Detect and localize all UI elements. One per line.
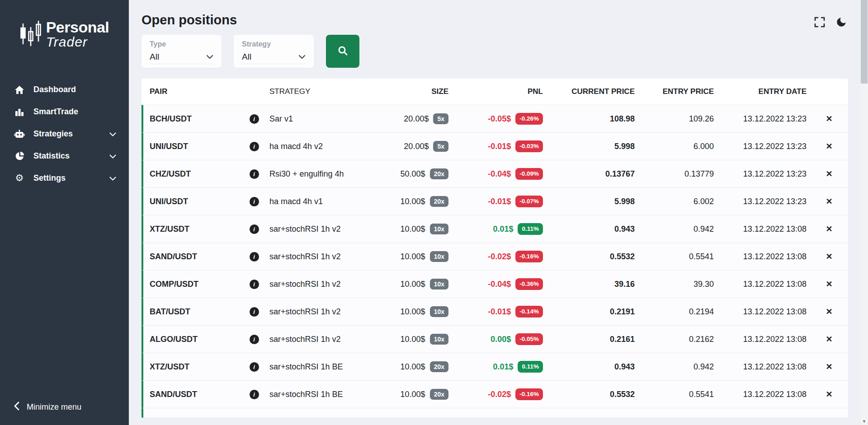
close-cell: ✕ bbox=[810, 225, 848, 233]
info-icon[interactable]: i bbox=[250, 252, 259, 262]
minimize-menu-label: Minimize menu bbox=[27, 402, 81, 412]
size-cell: 10.00$ 10x bbox=[351, 334, 453, 345]
close-position-icon[interactable]: ✕ bbox=[826, 225, 832, 233]
strategy-filter-value: All bbox=[242, 52, 251, 62]
close-position-icon[interactable]: ✕ bbox=[826, 363, 832, 371]
entry-price-cell: 0.5541 bbox=[638, 390, 717, 399]
leverage-badge: 10x bbox=[430, 279, 448, 290]
col-pair: PAIR bbox=[143, 87, 245, 96]
close-cell: ✕ bbox=[810, 115, 848, 123]
sidebar-item-statistics[interactable]: Statistics bbox=[0, 145, 129, 167]
info-icon[interactable]: i bbox=[250, 390, 259, 399]
type-filter-select[interactable]: All bbox=[150, 52, 213, 64]
size-value: 10.00$ bbox=[401, 197, 425, 206]
col-strategy: STRATEGY bbox=[263, 87, 351, 96]
close-position-icon[interactable]: ✕ bbox=[826, 252, 832, 261]
size-cell: 10.00$ 20x bbox=[351, 196, 453, 207]
pnl-cell: -0.04$ -0.09% bbox=[453, 168, 546, 180]
entry-price-cell: 6.000 bbox=[638, 142, 717, 151]
close-cell: ✕ bbox=[810, 252, 848, 261]
size-value: 10.00$ bbox=[401, 390, 425, 399]
col-entry-price: ENTRY PRICE bbox=[638, 87, 717, 96]
pnl-percent-badge: -0.36% bbox=[515, 278, 543, 290]
search-icon bbox=[337, 45, 348, 57]
close-position-icon[interactable]: ✕ bbox=[826, 308, 832, 316]
pnl-value: 0.00$ bbox=[491, 335, 511, 344]
sidebar-item-label: Statistics bbox=[33, 151, 109, 161]
strategy-cell: sar+stochRSI 1h v2 bbox=[263, 335, 351, 344]
size-cell: 50.00$ 20x bbox=[351, 168, 453, 179]
close-position-icon[interactable]: ✕ bbox=[826, 390, 832, 398]
sidebar-item-strategies[interactable]: Strategies bbox=[0, 123, 129, 145]
table-header-row: PAIR STRATEGY SIZE PNL CURRENT PRICE ENT… bbox=[142, 79, 848, 105]
table-row: BCH/USDT i Sar v1 20.00$ 5x -0.05$ -0.26… bbox=[142, 105, 848, 132]
close-position-icon[interactable]: ✕ bbox=[826, 115, 832, 123]
close-position-icon[interactable]: ✕ bbox=[826, 170, 832, 178]
close-cell: ✕ bbox=[810, 170, 848, 178]
sidebar-item-dashboard[interactable]: Dashboard bbox=[0, 79, 129, 101]
sidebar-item-smarttrade[interactable]: SmartTrade bbox=[0, 101, 129, 123]
info-cell: i bbox=[245, 390, 263, 399]
entry-date-cell: 13.12.2022 13:08 bbox=[717, 224, 810, 234]
info-icon[interactable]: i bbox=[250, 197, 259, 206]
pair-cell: UNI/USDT bbox=[143, 142, 245, 151]
size-cell: 10.00$ 10x bbox=[351, 306, 453, 317]
table-row: CHZ/USDT i Rsi30 + engulfing 4h 50.00$ 2… bbox=[142, 160, 848, 187]
pnl-percent-badge: -0.16% bbox=[515, 251, 543, 262]
entry-date-cell: 13.12.2022 13:23 bbox=[717, 142, 810, 151]
page-title: Open positions bbox=[142, 13, 848, 28]
minimize-menu-button[interactable]: Minimize menu bbox=[0, 397, 129, 417]
close-cell: ✕ bbox=[810, 142, 848, 150]
table-body: BCH/USDT i Sar v1 20.00$ 5x -0.05$ -0.26… bbox=[142, 105, 848, 408]
strategy-filter-select[interactable]: All bbox=[242, 52, 306, 64]
table-row: COMP/USDT i sar+stochRSI 1h v2 10.00$ 10… bbox=[142, 270, 848, 298]
info-icon[interactable]: i bbox=[250, 335, 259, 344]
entry-date-cell: 13.12.2022 13:08 bbox=[717, 280, 810, 289]
close-position-icon[interactable]: ✕ bbox=[826, 197, 832, 205]
sidebar-item-settings[interactable]: ⚙Settings bbox=[0, 167, 129, 189]
pair-cell: XTZ/USDT bbox=[143, 362, 245, 372]
moon-icon[interactable] bbox=[835, 16, 847, 28]
info-icon[interactable]: i bbox=[250, 307, 259, 317]
sidebar: Personal Trader DashboardSmartTradeStrat… bbox=[0, 0, 129, 425]
fullscreen-icon[interactable] bbox=[814, 16, 826, 28]
pnl-cell: -0.01$ -0.03% bbox=[453, 140, 546, 152]
chevron-down-icon bbox=[109, 130, 116, 138]
pnl-percent-badge: -0.26% bbox=[515, 113, 543, 125]
close-cell: ✕ bbox=[810, 280, 848, 288]
info-icon[interactable]: i bbox=[250, 114, 259, 124]
info-icon[interactable]: i bbox=[250, 362, 259, 372]
entry-date-cell: 13.12.2022 13:08 bbox=[717, 335, 810, 344]
vertical-scrollbar[interactable]: ▼ bbox=[860, 0, 868, 425]
col-pnl: PNL bbox=[453, 87, 546, 96]
close-position-icon[interactable]: ✕ bbox=[826, 280, 832, 288]
current-price-cell: 0.943 bbox=[546, 224, 638, 234]
chevron-left-icon bbox=[14, 402, 19, 412]
info-cell: i bbox=[245, 307, 263, 317]
info-cell: i bbox=[245, 362, 263, 372]
close-cell: ✕ bbox=[810, 335, 848, 343]
pnl-value: 0.01$ bbox=[493, 362, 513, 372]
entry-date-cell: 13.12.2022 13:08 bbox=[717, 252, 810, 262]
strategy-cell: sar+stochRSI 1h BE bbox=[263, 390, 351, 399]
search-button[interactable] bbox=[326, 35, 359, 68]
pnl-cell: -0.01$ -0.07% bbox=[453, 196, 546, 207]
entry-price-cell: 0.2194 bbox=[638, 307, 717, 317]
strategy-cell: sar+stochRSI 1h v2 bbox=[263, 307, 351, 317]
info-icon[interactable]: i bbox=[250, 142, 259, 151]
scrollbar-down-arrow-icon[interactable]: ▼ bbox=[860, 419, 868, 424]
close-position-icon[interactable]: ✕ bbox=[826, 335, 832, 343]
info-icon[interactable]: i bbox=[250, 280, 259, 289]
scrollbar-thumb[interactable] bbox=[861, 0, 868, 84]
current-price-cell: 0.2191 bbox=[546, 307, 638, 317]
leverage-badge: 10x bbox=[430, 251, 448, 262]
table-row: XTZ/USDT i sar+stochRSI 1h BE 10.00$ 20x… bbox=[142, 353, 848, 380]
info-icon[interactable]: i bbox=[250, 224, 259, 234]
chevron-down-icon bbox=[109, 152, 116, 160]
info-cell: i bbox=[245, 224, 263, 234]
close-cell: ✕ bbox=[810, 390, 848, 398]
info-icon[interactable]: i bbox=[250, 169, 259, 179]
close-position-icon[interactable]: ✕ bbox=[826, 142, 832, 150]
strategy-cell: ha macd 4h v1 bbox=[263, 197, 351, 206]
pair-cell: ALGO/USDT bbox=[143, 335, 245, 344]
